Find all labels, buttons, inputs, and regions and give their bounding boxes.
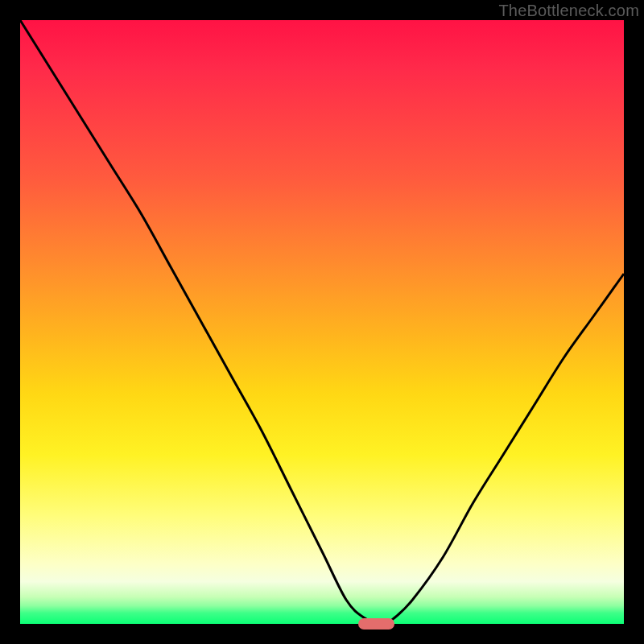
watermark-text: TheBottleneck.com — [498, 2, 639, 20]
curve-path — [20, 20, 624, 624]
minimum-marker — [358, 618, 394, 630]
plot-area — [20, 20, 624, 624]
chart-frame: TheBottleneck.com — [0, 0, 644, 644]
bottleneck-curve — [20, 20, 624, 624]
